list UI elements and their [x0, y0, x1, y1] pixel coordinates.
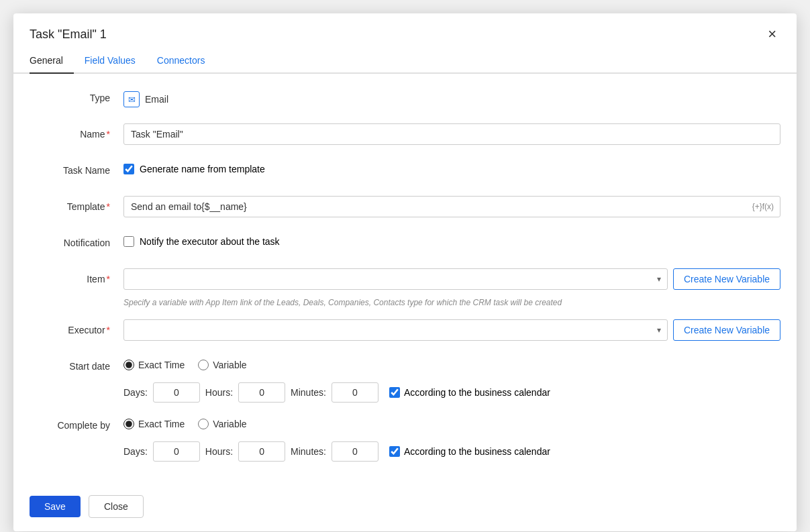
modal-body: Type ✉ Email Name T — [13, 74, 797, 487]
complete-variable-radio[interactable] — [198, 419, 209, 429]
complete-calendar-checkbox[interactable] — [389, 446, 400, 457]
start-minutes-input[interactable] — [332, 382, 378, 403]
name-row: Name — [30, 123, 780, 148]
task-name-checkbox-row: Generate name from template — [123, 160, 265, 174]
start-hours-input[interactable] — [238, 382, 285, 403]
task-name-checkbox[interactable] — [123, 164, 134, 174]
start-variable-radio[interactable] — [198, 360, 209, 370]
item-label: Item — [30, 268, 123, 284]
template-input[interactable] — [123, 196, 780, 217]
executor-label: Executor — [30, 319, 123, 335]
start-calendar-check: According to the business calendar — [389, 387, 550, 398]
complete-exact-time-text: Exact Time — [138, 419, 185, 429]
tab-field-values[interactable]: Field Values — [85, 50, 146, 74]
task-name-wrap: Generate name from template — [123, 160, 780, 174]
start-hours-label: Hours: — [205, 387, 233, 398]
complete-minutes-input[interactable] — [332, 441, 378, 462]
template-function-btn[interactable]: {+}f(x) — [750, 201, 776, 213]
complete-by-row: Complete by Exact Time Variable Days — [30, 415, 780, 462]
executor-wrap: ▾ Create New Variable — [123, 319, 780, 341]
modal-footer: Save Close — [13, 487, 797, 531]
tab-connectors[interactable]: Connectors — [157, 50, 216, 74]
start-minutes-label: Minutes: — [291, 387, 326, 398]
complete-exact-time-radio[interactable] — [123, 419, 134, 429]
item-row: Item ▾ Create New Variable Specify a var… — [30, 268, 780, 307]
executor-row: Executor ▾ Create New Variable — [30, 319, 780, 343]
close-button[interactable]: Close — [89, 495, 144, 518]
start-date-label: Start date — [30, 356, 123, 372]
complete-calendar-label: According to the business calendar — [404, 446, 550, 457]
notification-label: Notification — [30, 232, 123, 248]
complete-minutes-label: Minutes: — [291, 446, 326, 457]
modal-dialog: Task "Email" 1 × General Field Values Co… — [13, 13, 797, 531]
type-value-wrap: ✉ Email — [123, 87, 780, 107]
name-input[interactable] — [123, 123, 780, 145]
complete-hours-input[interactable] — [238, 441, 285, 462]
item-create-variable-button[interactable]: Create New Variable — [673, 268, 780, 290]
task-name-label: Task Name — [30, 160, 123, 176]
start-days-input[interactable] — [153, 382, 200, 403]
item-wrap: ▾ Create New Variable Specify a variable… — [123, 268, 780, 307]
complete-radio-group: Exact Time Variable — [123, 415, 247, 429]
start-date-wrap: Exact Time Variable Days: Hours: Minutes… — [123, 356, 780, 403]
type-row: Type ✉ Email — [30, 87, 780, 111]
type-label: Type — [30, 87, 123, 103]
item-hint-text: Specify a variable with App Item link of… — [123, 298, 780, 307]
template-row: Template {+}f(x) — [30, 196, 780, 220]
notification-checkbox-row: Notify the executor about the task — [123, 232, 280, 247]
notification-checkbox-label: Notify the executor about the task — [140, 236, 280, 247]
item-select-group: ▾ Create New Variable — [123, 268, 780, 290]
start-calendar-label: According to the business calendar — [404, 387, 550, 398]
email-icon: ✉ — [123, 91, 140, 107]
complete-time-fields: Days: Hours: Minutes: According to the b… — [123, 441, 780, 462]
item-select[interactable] — [123, 268, 668, 290]
close-icon[interactable]: × — [764, 25, 780, 43]
start-time-fields: Days: Hours: Minutes: According to the b… — [123, 382, 780, 403]
start-exact-time-label[interactable]: Exact Time — [123, 360, 185, 370]
start-calendar-checkbox[interactable] — [389, 387, 400, 398]
name-label: Name — [30, 123, 123, 140]
type-text: Email — [145, 94, 168, 105]
start-variable-label[interactable]: Variable — [198, 360, 246, 370]
name-input-wrap — [123, 123, 780, 145]
executor-select-group: ▾ Create New Variable — [123, 319, 780, 341]
task-name-checkbox-label: Generate name from template — [140, 164, 265, 174]
item-select-wrap: ▾ — [123, 268, 668, 290]
notification-wrap: Notify the executor about the task — [123, 232, 780, 247]
start-exact-time-radio[interactable] — [123, 360, 134, 370]
modal-title: Task "Email" 1 — [30, 28, 107, 42]
task-name-row: Task Name Generate name from template — [30, 160, 780, 184]
save-button[interactable]: Save — [30, 496, 81, 517]
complete-variable-label[interactable]: Variable — [198, 419, 246, 429]
tab-general[interactable]: General — [30, 50, 74, 74]
executor-create-variable-button[interactable]: Create New Variable — [673, 319, 780, 341]
complete-calendar-check: According to the business calendar — [389, 446, 550, 457]
start-variable-text: Variable — [213, 360, 246, 370]
template-field-wrap: {+}f(x) — [123, 196, 780, 217]
complete-exact-time-label[interactable]: Exact Time — [123, 419, 185, 429]
complete-variable-text: Variable — [213, 419, 246, 429]
notification-checkbox[interactable] — [123, 236, 134, 247]
complete-by-wrap: Exact Time Variable Days: Hours: Minutes… — [123, 415, 780, 462]
start-exact-time-text: Exact Time — [138, 360, 185, 370]
notification-row: Notification Notify the executor about t… — [30, 232, 780, 256]
start-date-radio-group: Exact Time Variable — [123, 356, 247, 370]
start-date-row: Start date Exact Time Variable Days: — [30, 356, 780, 403]
complete-days-label: Days: — [123, 446, 148, 457]
modal-header: Task "Email" 1 × — [13, 13, 797, 50]
start-days-label: Days: — [123, 387, 148, 398]
complete-by-label: Complete by — [30, 415, 123, 431]
executor-select-wrap: ▾ — [123, 319, 668, 341]
template-label: Template — [30, 196, 123, 212]
form-section: Type ✉ Email Name T — [30, 87, 780, 474]
executor-select[interactable] — [123, 319, 668, 341]
tab-bar: General Field Values Connectors — [13, 50, 797, 74]
type-display: ✉ Email — [123, 87, 168, 107]
complete-hours-label: Hours: — [205, 446, 233, 457]
template-wrap-outer: {+}f(x) — [123, 196, 780, 217]
complete-days-input[interactable] — [153, 441, 200, 462]
